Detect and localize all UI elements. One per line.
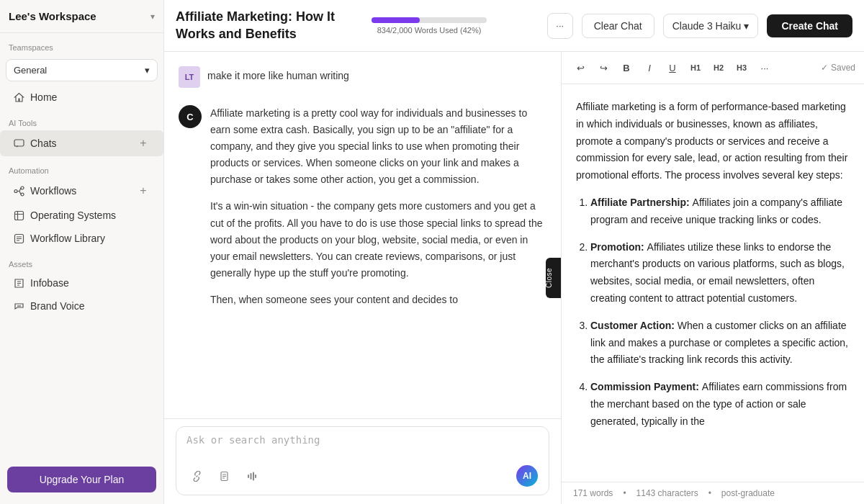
home-label: Home (30, 91, 57, 103)
sidebar-item-workflows[interactable]: Workflows + (4, 179, 159, 203)
close-label: Close (545, 268, 553, 288)
chat-messages: LT make it more like human writing C Aff… (164, 52, 561, 418)
teamspaces-label: Teamspaces (0, 33, 163, 55)
user-message-text: make it more like human writing (207, 66, 349, 81)
sidebar: Lee's Workspace ▾ Teamspaces General ▾ H… (0, 0, 164, 504)
sidebar-item-home[interactable]: Home (4, 86, 159, 108)
svg-rect-7 (248, 474, 249, 478)
close-panel-button[interactable]: Close (546, 258, 562, 298)
progress-section: 834/2,000 Words Used (42%) (372, 17, 487, 35)
redo-button[interactable]: ↪ (593, 58, 613, 78)
more-options-button[interactable]: ··· (547, 13, 573, 39)
italic-button[interactable]: I (639, 58, 660, 78)
ai-tools-label: AI Tools (0, 109, 163, 130)
ai-message-content: Affiliate marketing is a pretty cool way… (210, 105, 546, 308)
chat-input-box: AI (176, 426, 549, 495)
file-icon (219, 471, 230, 482)
attach-file-button[interactable] (214, 466, 234, 486)
sidebar-item-brand-voice[interactable]: Brand Voice (4, 295, 159, 317)
h2-button[interactable]: H2 (708, 58, 729, 78)
workflows-label: Workflows (30, 185, 76, 197)
list-item-2: Promotion: Affiliates utilize these link… (590, 239, 850, 307)
svg-rect-8 (250, 473, 251, 480)
attach-link-button[interactable] (186, 466, 207, 486)
sidebar-item-workflow-library[interactable]: Workflow Library (4, 228, 159, 249)
chats-icon (13, 138, 24, 149)
svg-rect-9 (253, 472, 254, 480)
char-count: 1143 characters (636, 488, 698, 498)
progress-label: 834/2,000 Words Used (42%) (372, 26, 487, 35)
undo-button[interactable]: ↩ (570, 58, 590, 78)
workflow-library-label: Workflow Library (30, 233, 105, 244)
teamspace-current: General (14, 65, 47, 76)
add-workflow-button[interactable]: + (136, 184, 150, 198)
model-name: Claude 3 Haiku (672, 20, 742, 32)
user-avatar: LT (179, 66, 200, 88)
infobase-label: Infobase (30, 277, 69, 289)
teamspace-selector[interactable]: General ▾ (6, 59, 158, 81)
upgrade-plan-button[interactable]: Upgrade Your Plan (7, 467, 156, 492)
svg-point-3 (21, 193, 24, 196)
user-message: LT make it more like human writing (179, 66, 546, 88)
svg-point-2 (21, 186, 24, 189)
ai-initials: C (186, 112, 193, 122)
h1-button[interactable]: H1 (685, 58, 706, 78)
ai-avatar: C (179, 105, 202, 128)
editor-footer: 171 words • 1143 characters • post-gradu… (562, 482, 864, 504)
workspace-header[interactable]: Lee's Workspace ▾ (0, 0, 163, 33)
h3-button[interactable]: H3 (732, 58, 752, 78)
ai-message: C Affiliate marketing is a pretty cool w… (179, 105, 546, 308)
topbar: Affiliate Marketing: How It Works and Be… (164, 0, 864, 52)
chat-input-toolbar: AI (186, 464, 539, 487)
brand-voice-icon (13, 300, 24, 312)
workflow-library-icon (13, 233, 24, 244)
svg-rect-4 (14, 211, 23, 220)
chat-input[interactable] (186, 434, 539, 456)
separator-2: • (708, 488, 711, 498)
brand-voice-label: Brand Voice (30, 300, 85, 312)
ai-paragraph-1: Affiliate marketing is a pretty cool way… (210, 105, 546, 188)
bold-button[interactable]: B (616, 58, 636, 78)
list-term-3: Customer Action: (590, 320, 678, 331)
progress-bar-outer (372, 17, 487, 23)
chats-label: Chats (30, 138, 57, 149)
teamspace-chevron-icon: ▾ (145, 65, 150, 76)
list-term-1: Affiliate Partnership: (590, 197, 693, 208)
more-icon: ··· (556, 20, 564, 31)
ai-paragraph-2: It's a win-win situation - the company g… (210, 198, 546, 281)
separator-1: • (623, 488, 626, 498)
editor-pane: ↩ ↪ B I U H1 H2 H3 ··· ✓ Saved (562, 52, 864, 504)
link-icon (192, 471, 202, 482)
saved-check-icon: ✓ (821, 63, 828, 73)
send-button[interactable]: AI (516, 464, 539, 487)
home-icon (13, 91, 24, 103)
model-chevron-icon: ▾ (744, 20, 749, 32)
underline-button[interactable]: U (662, 58, 683, 78)
workspace-chevron-icon: ▾ (150, 12, 155, 22)
operating-systems-label: Operating Systems (30, 210, 116, 221)
audio-button[interactable] (241, 466, 261, 486)
sidebar-item-operating-systems[interactable]: Operating Systems (4, 204, 159, 226)
model-selector[interactable]: Claude 3 Haiku ▾ (663, 14, 759, 38)
workspace-title: Lee's Workspace (9, 10, 96, 22)
operating-systems-icon (13, 210, 24, 221)
clear-chat-button[interactable]: Clear Chat (582, 14, 654, 38)
create-chat-button[interactable]: Create Chat (767, 14, 852, 37)
editor-toolbar: ↩ ↪ B I U H1 H2 H3 ··· ✓ Saved (562, 52, 864, 84)
sidebar-item-chats[interactable]: Chats + (4, 131, 159, 156)
workflows-icon (13, 185, 24, 197)
ai-paragraph-3: Then, when someone sees your content and… (210, 292, 546, 308)
chat-input-area: AI (164, 418, 561, 504)
more-formatting-button[interactable]: ··· (755, 58, 775, 78)
list-term-2: Promotion: (590, 241, 647, 253)
svg-rect-10 (255, 474, 256, 478)
ai-logo: AI (516, 465, 538, 487)
content-area: LT make it more like human writing C Aff… (164, 52, 864, 504)
editor-content[interactable]: Affiliate marketing is a form of perform… (562, 84, 864, 482)
list-item-4: Commission Payment: Affiliates earn comm… (590, 379, 850, 430)
user-initials: LT (185, 73, 194, 81)
chat-pane: LT make it more like human writing C Aff… (164, 52, 562, 504)
sidebar-item-infobase[interactable]: Infobase (4, 272, 159, 294)
add-chat-button[interactable]: + (136, 136, 150, 150)
editor-list: Affiliate Partnership: Affiliates join a… (576, 194, 850, 431)
